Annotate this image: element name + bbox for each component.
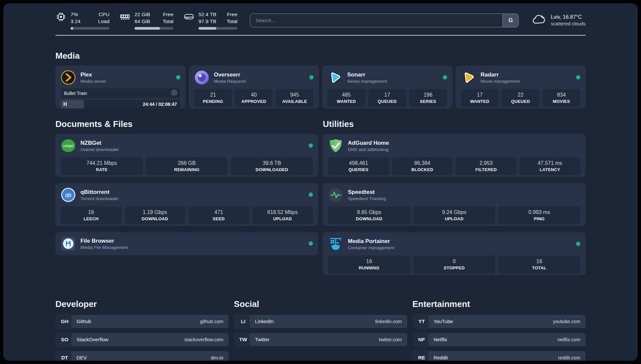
app-subtitle: DNS and adblocking: [348, 147, 389, 152]
app-title: Plex: [80, 71, 106, 78]
ram-total-label: Total: [163, 18, 173, 25]
app-title: Sonarr: [347, 71, 387, 78]
disk-total-value: 97.9 TB: [198, 18, 216, 25]
speedtest-icon: [328, 187, 343, 202]
status-dot: [576, 242, 580, 246]
cpu-load-label: Load: [98, 18, 109, 25]
cpu-load-value: 3.24: [71, 18, 80, 25]
svg-text:qb: qb: [65, 192, 72, 198]
playback-time: 24:44 / 02:06:47: [143, 102, 180, 107]
stat-approved: 40APPROVED: [235, 89, 273, 107]
links-developer: Developer GH Github github.com SO StackO…: [55, 299, 229, 361]
stat-upload: 618.52 MbpsUPLOAD: [252, 206, 313, 224]
status-dot: [443, 75, 447, 79]
stat-series: 196SERIES: [409, 89, 447, 107]
stat-downloaded: 39.6 TBDOWNLOADED: [231, 157, 313, 175]
app-card-overseerr[interactable]: Overseerr Media Requests 21PENDING 40APP…: [189, 66, 319, 108]
app-title: Media Portainer: [348, 238, 394, 245]
playback-progress-bar[interactable]: 24:44 / 02:06:47: [61, 100, 180, 108]
app-card-plex[interactable]: Plex Media server Bullet Train: [55, 66, 186, 108]
stat-filtered: 2,953FILTERED: [456, 157, 517, 175]
search-engine-button[interactable]: G: [503, 14, 518, 27]
weather-widget: Lviv, 16.87°C scattered clouds: [531, 12, 586, 29]
link-dev[interactable]: DT DEV dev.to: [55, 350, 229, 361]
link-pill[interactable]: DEV dev.to: [71, 351, 229, 361]
app-title: NZBGet: [80, 139, 119, 146]
ram-free-value: 22 GiB: [135, 11, 150, 18]
pause-icon[interactable]: [64, 102, 67, 106]
app-subtitle: Speedtest Tracking: [348, 196, 386, 201]
link-youtube[interactable]: YT YouTube youtube.com: [412, 314, 586, 329]
weather-location: Lviv, 16.87°C: [551, 14, 586, 21]
stat-available: 945AVAILABLE: [276, 89, 314, 107]
screen: 7% 3.24 CPU Load: [0, 0, 641, 364]
now-playing-row: Bullet Train: [61, 88, 180, 98]
links-entertainment: Entertainment YT YouTube youtube.com NF …: [412, 299, 586, 361]
portainer-icon: [328, 236, 343, 252]
svg-text:nzbget: nzbget: [63, 144, 73, 147]
ram-stat: 22 GiB 64 GiB Free Total: [119, 11, 173, 30]
app-subtitle: Torrent downloader: [80, 196, 119, 201]
dashboard: 7% 3.24 CPU Load: [3, 3, 638, 361]
disk-total-label: Total: [227, 18, 237, 25]
stat-leech: 16LEECH: [61, 206, 122, 224]
app-subtitle: Media File Management: [80, 245, 128, 250]
stat-download: 1.19 GbpsDOWNLOAD: [125, 206, 186, 224]
app-subtitle: Media server: [80, 79, 106, 84]
link-pill[interactable]: StackOverflow stackoverflow.com: [71, 333, 229, 346]
link-pill[interactable]: Reddit reddit.com: [428, 351, 586, 361]
link-netflix[interactable]: NF Netflix netflix.com: [412, 332, 586, 347]
app-card-qbittorrent[interactable]: qb qBittorrent Torrent downloader 16LEEC…: [55, 183, 318, 226]
sonarr-icon: [327, 70, 343, 85]
search-input[interactable]: [250, 14, 503, 27]
stat-seed: 471SEED: [188, 206, 249, 224]
status-dot: [176, 75, 180, 79]
weather-condition: scattered clouds: [551, 21, 586, 27]
disk-free-label: Free: [227, 11, 237, 18]
app-card-nzbget[interactable]: nzbget NZBGet Usenet downloader 744.21 M…: [55, 134, 318, 177]
link-pill[interactable]: YouTube youtube.com: [428, 315, 586, 328]
link-github[interactable]: GH Github github.com: [55, 314, 229, 329]
cloud-icon: [531, 12, 546, 29]
link-twitter[interactable]: TW Twitter twitter.com: [234, 332, 407, 347]
status-dot: [309, 75, 314, 79]
cpu-usage-value: 7%: [71, 11, 80, 18]
stat-latency: 47.571 msLATENCY: [520, 157, 581, 175]
search-bar: G: [250, 14, 519, 27]
link-pill[interactable]: Twitter twitter.com: [250, 333, 407, 346]
app-title: Radarr: [481, 71, 520, 78]
ram-icon: [119, 11, 131, 22]
link-reddit[interactable]: RE Reddit reddit.com: [412, 350, 586, 361]
link-pill[interactable]: LinkedIn linkedin.com: [250, 315, 407, 328]
app-card-portainer[interactable]: Media Portainer Container management 16R…: [323, 232, 586, 275]
stat-pending: 21PENDING: [194, 89, 232, 107]
stat-upload: 9.24 GbpsUPLOAD: [413, 206, 495, 224]
stat-remaining: 266 GBREMAINING: [146, 157, 228, 175]
app-card-filebrowser[interactable]: File Browser Media File Management: [55, 232, 318, 255]
stat-queued: 22QUEUED: [502, 89, 539, 107]
system-stats: 7% 3.24 CPU Load: [55, 11, 237, 30]
app-card-speedtest[interactable]: Speedtest Speedtest Tracking 9.65 GbpsDO…: [323, 183, 586, 226]
stat-rate: 744.21 MbpsRATE: [61, 157, 143, 175]
app-title: qBittorrent: [80, 189, 119, 196]
link-stackoverflow[interactable]: SO StackOverflow stackoverflow.com: [55, 332, 229, 347]
stat-wanted: 17WANTED: [461, 89, 499, 107]
disk-stat: 52.4 TB 97.9 TB Free Total: [183, 11, 237, 30]
app-card-radarr[interactable]: Radarr Movie management 17WANTED 22QUEUE…: [456, 66, 586, 108]
app-subtitle: Container management: [348, 245, 394, 250]
disk-icon: [183, 11, 195, 22]
section-title-developer: Developer: [55, 299, 229, 309]
stat-total: 16TOTAL: [498, 256, 580, 273]
app-card-adguard[interactable]: AdGuard Home DNS and adblocking 498,461Q…: [323, 134, 586, 177]
section-title-entertainment: Entertainment: [412, 299, 586, 309]
link-linkedin[interactable]: LI LinkedIn linkedin.com: [234, 314, 407, 329]
stat-stopped: 0STOPPED: [413, 256, 495, 273]
link-pill[interactable]: Netflix netflix.com: [428, 333, 586, 346]
app-card-sonarr[interactable]: Sonarr Series management 485WANTED 17QUE…: [322, 66, 452, 108]
cpu-progress-bar: [71, 27, 109, 30]
media-options-icon[interactable]: [171, 90, 177, 97]
status-dot: [309, 193, 313, 197]
link-pill[interactable]: Github github.com: [71, 315, 229, 328]
nzbget-icon: nzbget: [61, 138, 76, 153]
app-subtitle: Movie management: [481, 79, 520, 84]
